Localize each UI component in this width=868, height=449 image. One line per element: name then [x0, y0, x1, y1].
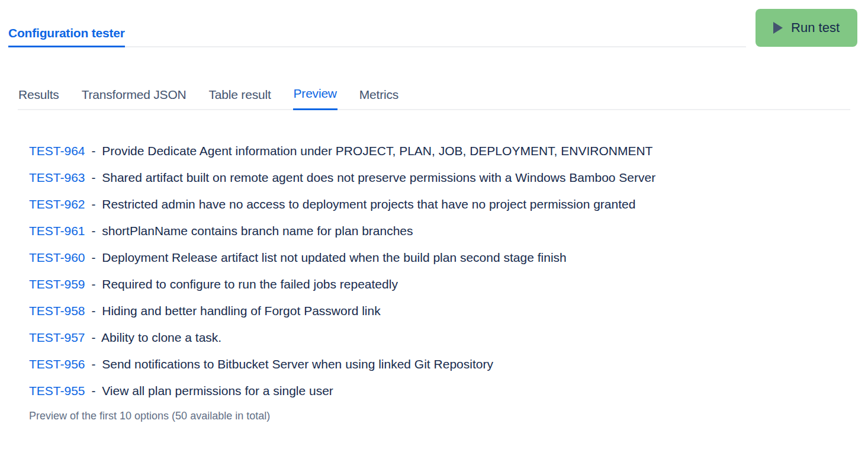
list-item: TEST-957 - Ability to clone a task. [29, 330, 850, 345]
issue-key-link[interactable]: TEST-958 [29, 304, 85, 317]
list-item: TEST-961 - shortPlanName contains branch… [29, 223, 850, 238]
run-test-button[interactable]: Run test [756, 9, 857, 47]
issue-key-link[interactable]: TEST-961 [29, 224, 85, 238]
tab-transformed-json[interactable]: Transformed JSON [81, 86, 187, 110]
issue-key-link[interactable]: TEST-964 [29, 144, 85, 158]
issue-summary: Provide Dedicate Agent information under… [102, 144, 652, 158]
separator: - [91, 224, 95, 238]
issue-key-link[interactable]: TEST-957 [29, 331, 85, 344]
play-icon [773, 22, 783, 34]
preview-footer-note: Preview of the first 10 options (50 avai… [29, 410, 868, 422]
configuration-tester-tab[interactable]: Configuration tester [8, 26, 125, 47]
list-item: TEST-963 - Shared artifact built on remo… [29, 170, 850, 185]
separator: - [91, 144, 95, 158]
list-item: TEST-956 - Send notifications to Bitbuck… [29, 357, 850, 371]
separator: - [91, 384, 95, 397]
issue-summary: Required to configure to run the failed … [102, 277, 398, 291]
list-item: TEST-962 - Restricted admin have no acce… [29, 197, 850, 211]
issue-key-link[interactable]: TEST-963 [29, 171, 85, 184]
issue-summary: Shared artifact built on remote agent do… [102, 171, 655, 184]
issue-summary: View all plan permissions for a single u… [102, 384, 333, 397]
issue-key-link[interactable]: TEST-959 [29, 277, 85, 291]
preview-list: TEST-964 - Provide Dedicate Agent inform… [0, 143, 868, 398]
issue-summary: Hiding and better handling of Forgot Pas… [102, 304, 380, 317]
list-item: TEST-955 - View all plan permissions for… [29, 383, 850, 398]
page-header: Configuration tester Run test [0, 0, 868, 47]
result-tabs: ResultsTransformed JSONTable resultPrevi… [18, 86, 850, 110]
separator: - [91, 304, 95, 317]
issue-summary: Ability to clone a task. [101, 331, 221, 344]
issue-summary: Deployment Release artifact list not upd… [102, 251, 567, 264]
issue-key-link[interactable]: TEST-960 [29, 251, 85, 264]
tab-preview[interactable]: Preview [293, 86, 337, 110]
issue-key-link[interactable]: TEST-956 [29, 357, 85, 371]
list-item: TEST-959 - Required to configure to run … [29, 277, 850, 291]
separator: - [91, 197, 95, 211]
issue-summary: Restricted admin have no access to deplo… [102, 197, 635, 211]
list-item: TEST-960 - Deployment Release artifact l… [29, 250, 850, 265]
list-item: TEST-964 - Provide Dedicate Agent inform… [29, 143, 850, 158]
separator: - [91, 331, 95, 344]
issue-summary: shortPlanName contains branch name for p… [102, 224, 413, 238]
separator: - [91, 357, 95, 371]
issue-summary: Send notifications to Bitbucket Server w… [102, 357, 493, 371]
tab-metrics[interactable]: Metrics [359, 86, 399, 110]
issue-key-link[interactable]: TEST-955 [29, 384, 85, 397]
separator: - [91, 277, 95, 291]
issue-key-link[interactable]: TEST-962 [29, 197, 85, 211]
separator: - [91, 251, 95, 264]
tab-table-result[interactable]: Table result [208, 86, 272, 110]
separator: - [91, 171, 95, 184]
title-tab-strip: Configuration tester [8, 0, 746, 47]
list-item: TEST-958 - Hiding and better handling of… [29, 303, 850, 318]
tab-results[interactable]: Results [18, 86, 60, 110]
run-test-label: Run test [791, 20, 840, 36]
